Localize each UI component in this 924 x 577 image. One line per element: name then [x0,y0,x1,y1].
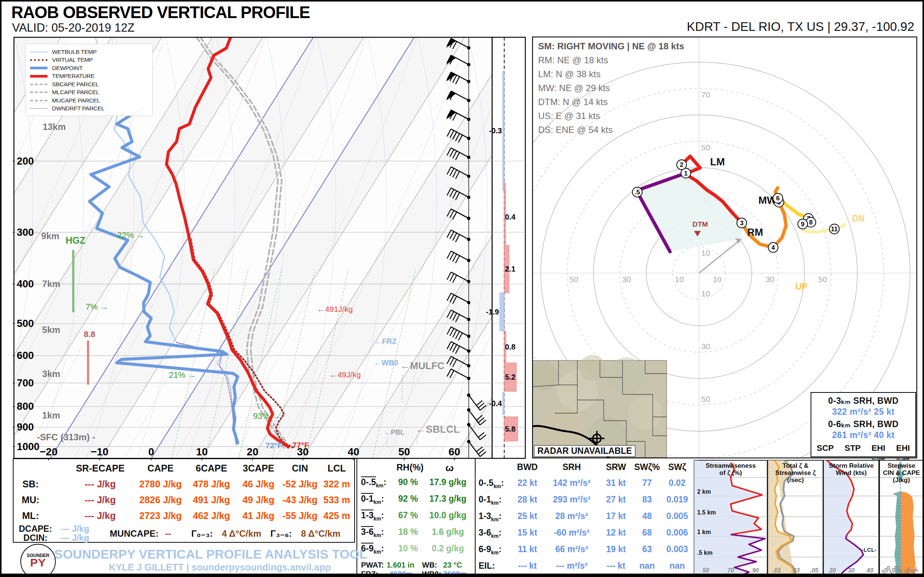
thermo-cell: 462 J/kg [187,510,236,521]
mini-chart-xtick: 70 [727,567,734,574]
kinematics-value: 22 kt [511,478,543,488]
kinematics-header: SWζ% [634,462,660,472]
wb0-label: WB0: [422,570,443,577]
mini-chart-height-label: 1 km [697,529,711,535]
temperature-axis-label: 60 [448,446,460,458]
storm-motion-line: DS: ENE @ 54 kts [538,123,684,137]
kinematics-value: nan [662,561,692,571]
mini-chart-xtick: .03 [792,567,800,574]
thermo-cell: MUNCAPE: [108,529,160,539]
hodograph-ring-label: 70 [701,90,710,99]
kinematics-value: 0.005 [662,511,692,521]
moisture-rh-value: 10 % [393,543,423,554]
mini-chart-title: Total ζ & [783,462,809,469]
mini-chart-title: Stepwise [887,462,915,469]
omega-bar [503,71,504,190]
svg-text:2: 2 [680,161,683,168]
height-axis-label: 13km [43,122,66,132]
legend-item: MUCAPE PARCEL [30,97,148,105]
hodograph-label: LM [710,156,725,168]
thermo-cell: 3CAPE [236,463,281,474]
srh-box-row: 261 m²/s² 40 kt [811,430,915,440]
temperature-axis-label: 50 [398,446,410,458]
radar-status-badge: RADAR UNAVAILABLE [534,445,635,457]
temperature-axis-label: 20 [247,446,258,458]
mini-chart-title: Storm Relative [829,462,874,469]
kinematics-value: 48 [634,511,660,521]
hodograph-ring-label: 30 [622,275,631,284]
kinematics-value: 31 kt [600,478,632,488]
thermo-cell: SB: [17,479,44,490]
legend-item: TEMPERATURE [30,72,148,81]
thermo-cell: LCL [319,463,355,474]
kinematics-row-label: 0-.5km: [478,478,510,489]
moisture-mixratio-value: 10.0 g/kg [424,510,472,521]
skewt-annotation: ←49J/kg [330,370,361,379]
legend-swatch [30,108,47,109]
srh-box-row: 0-3ₖₘ SRH, BWD [811,396,915,406]
mini-chart-title: Streamwise ζ [775,469,816,476]
mini-chart-title: of ζ (%) [719,469,742,476]
hodograph-label: RM [747,227,763,238]
skewt-annotation: ←491J/kg [317,305,353,313]
skewt-annotation: 77°F [292,441,309,449]
kinematics-row-label: 0-1km: [478,495,510,506]
thermo-cell: -55 J/kg [281,510,319,521]
legend-item: DEWPOINT [30,64,148,72]
kinematics-value: --- m²/s² [545,561,598,571]
legend-item: DWNDRFT PARCEL [30,105,148,113]
omega-bar-label: -0.3 [489,127,502,135]
footer-author-link[interactable]: KYLE J GILLETT | sounderpysoundings.anvi… [109,562,331,573]
thermo-cell: CIN [281,463,319,474]
temperature-axis-label: 40 [347,446,359,458]
thermo-cell: 478 J/kg [187,479,236,490]
storm-motion-line: MW: NE @ 29 kts [538,81,684,95]
svg-text:11: 11 [831,226,838,233]
kinematics-value: 83 [634,495,660,505]
moisture-rh-value: 92 % [393,494,423,504]
moisture-row-label: 0-.5km: [361,477,393,488]
height-axis-label: -SFC (313m) - [37,432,95,442]
mini-chart-title: CIN & CAPE [883,469,920,476]
kinematics-value: 77 [634,478,660,488]
storm-motion-line: SM: RIGHT MOVING | NE @ 18 kts [538,39,684,53]
legend-swatch [30,84,47,85]
thermo-cell: 4 Δ°C/km [213,529,270,539]
mini-chart-xtick: 20 [829,567,836,574]
legend-label: VIRTUAL TEMP [52,56,93,63]
mini-chart-xtick: 90 [752,567,759,574]
thermo-cell: 41 J/kg [236,510,281,521]
legend-item: WETBULB TEMP [30,48,148,56]
temperature-axis-label: −20 [40,446,58,458]
kinematics-header: SRW [600,462,632,472]
logo-text-bottom: PY [21,558,55,567]
height-axis-label: 5km [42,325,60,335]
pressure-axis-label: 1000 [17,441,40,452]
storm-motion-line: US: E @ 31 kts [538,109,684,123]
omega-bar [503,392,504,414]
legend-item: SBCAPE PARCEL [30,80,148,89]
kinematics-value: -60 m²/s² [545,528,598,538]
skewt-annotation: ←FRZ [375,337,397,345]
thermo-cell: -- [160,529,176,539]
mini-chart-height-label: .5 km [697,550,712,556]
kinematics-value: --- kt [511,561,543,571]
moisture-mixratio-value: 1.6 g/kg [424,527,472,537]
valid-timestamp: VALID: 05-20-2019 12Z [12,21,134,35]
legend-item: VIRTUAL TEMP [30,56,148,64]
legend-label: MLCAPE PARCEL [52,89,99,96]
thermo-cell: -43 J/kg [281,495,319,505]
hodograph-ring-label: 50 [701,143,710,152]
thermo-cell: MU: [17,495,44,505]
pressure-axis-label: 900 [17,421,34,433]
hodograph-ring-label: 50 [569,275,578,284]
pressure-axis-label: 400 [17,278,34,290]
thermo-cell: ML: [17,510,44,521]
kinematics-value: 15 kt [511,528,543,538]
hodograph-ring-label: 10 [713,275,722,284]
wb-label: WB: [422,561,441,569]
legend-swatch [30,75,47,77]
kinematics-value: 19 kt [600,544,632,554]
moisture-rh-value: 90 % [393,477,423,487]
mini-chart-xtick: .05 [810,567,819,574]
